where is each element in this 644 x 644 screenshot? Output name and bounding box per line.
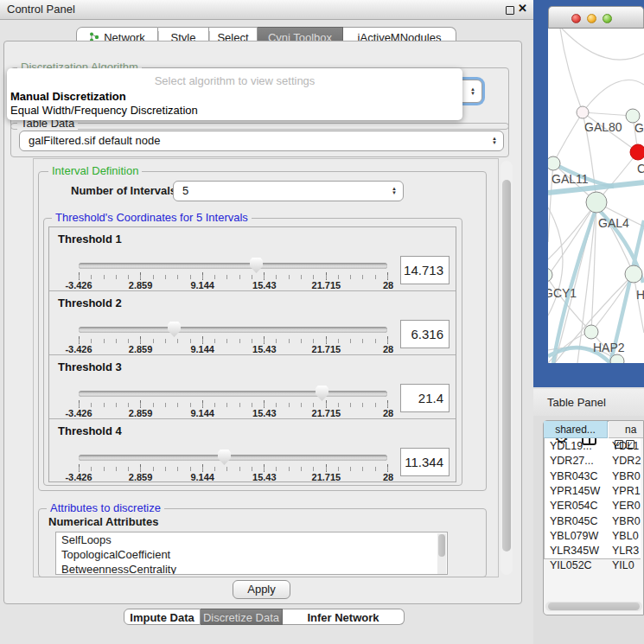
node-label: C <box>637 162 644 175</box>
control-panel-titlebar: Control Panel ✕ <box>0 0 533 20</box>
tab-label: Infer Network <box>307 611 379 624</box>
node-gal4[interactable] <box>586 192 607 213</box>
list-scrollbar-thumb[interactable] <box>438 534 445 557</box>
close-icon[interactable]: ✕ <box>518 2 527 15</box>
threshold-value-field[interactable]: 14.713 <box>400 256 450 284</box>
tab-infer-network[interactable]: Infer Network <box>283 609 405 625</box>
interval-definition-title: Interval Definition <box>48 165 142 177</box>
table-row[interactable]: YBL079WYBL0 <box>544 529 641 544</box>
slider-thumb[interactable] <box>168 322 181 337</box>
threshold-rows-container: Threshold 1 -3.426 2.859 9.144 15.43 21.… <box>48 226 456 482</box>
table-row[interactable]: YPR145WYPR1 <box>544 484 641 499</box>
apply-button[interactable]: Apply <box>233 580 290 599</box>
node-hap2[interactable] <box>584 325 598 339</box>
threshold-slider[interactable] <box>79 263 387 269</box>
numerical-attributes-list[interactable]: SelfLoops TopologicalCoefficient Between… <box>55 532 448 575</box>
combo-stepper-icon: ▲▼ <box>392 187 397 195</box>
number-of-intervals-value: 5 <box>182 182 188 201</box>
list-item[interactable]: SelfLoops <box>56 532 447 547</box>
close-traffic-light-icon[interactable] <box>571 14 581 23</box>
slider-thumb[interactable] <box>218 450 231 465</box>
float-window-icon[interactable] <box>506 6 514 15</box>
slider-scale: -3.426 2.859 9.144 15.43 21.715 28 <box>79 280 388 290</box>
list-scrollbar[interactable] <box>437 533 446 574</box>
slider-thumb[interactable] <box>250 258 263 273</box>
panel-scrollbar[interactable] <box>501 161 513 575</box>
slider-scale: -3.426 2.859 9.144 15.43 21.715 28 <box>79 408 388 418</box>
tab-impute-data[interactable]: Impute Data <box>124 609 201 625</box>
popup-hint: Select algorithm to view settings <box>7 74 462 87</box>
table-horizontal-scrollbar-thumb[interactable] <box>548 603 640 610</box>
threshold-slider[interactable] <box>79 391 387 397</box>
algorithm-dropdown-popup: Select algorithm to view settings Manual… <box>7 68 462 120</box>
threshold-value-field[interactable]: 6.316 <box>400 320 450 348</box>
node-gal80[interactable] <box>577 106 589 118</box>
node-selected-red[interactable] <box>630 144 644 160</box>
table-panel-titlebar: Table Panel <box>533 389 644 417</box>
slider-scale: -3.426 2.859 9.144 15.43 21.715 28 <box>79 344 388 354</box>
menu-item-equal-width-frequency[interactable]: Equal Width/Frequency Discretization <box>10 104 198 117</box>
combo-stepper-icon: ▲▼ <box>470 87 475 96</box>
threshold-slider[interactable] <box>79 455 387 461</box>
table-data-combobox[interactable]: galFiltered.sif default node ▲▼ <box>19 131 504 151</box>
table-row[interactable]: YIL052CYIL0 <box>544 558 641 559</box>
threshold-label: Threshold 4 <box>58 424 122 437</box>
table-row[interactable]: YBR045CYBR0 <box>544 514 641 529</box>
node-table[interactable]: shared... na YDL19...YDL1 YDR27...YDR2 Y… <box>544 421 641 559</box>
list-item[interactable]: BetweennessCentrality <box>56 562 447 575</box>
tab-discretize-data[interactable]: Discretize Data <box>201 609 283 625</box>
number-of-intervals-combobox[interactable]: 5 ▲▼ <box>173 181 404 201</box>
threshold-coordinates-title: Threshold's Coordinates for 5 Intervals <box>52 212 252 224</box>
node-label: GCY1 <box>548 286 577 300</box>
table-panel-title: Table Panel <box>547 389 606 416</box>
node-gal11[interactable] <box>548 156 560 170</box>
node-label: GA <box>634 121 644 135</box>
table-data-value: galFiltered.sif default node <box>29 131 160 150</box>
node-label: GAL4 <box>598 216 629 230</box>
threshold-row-3: Threshold 3 -3.426 2.859 9.144 15.43 21.… <box>49 355 456 419</box>
node-label: HAP2 <box>593 341 625 354</box>
combo-stepper-icon: ▲▼ <box>492 137 497 145</box>
panel-title: Control Panel <box>7 0 75 19</box>
threshold-slider[interactable] <box>79 327 387 333</box>
node-label: GAL11 <box>552 172 589 186</box>
threshold-label: Threshold 3 <box>58 360 122 373</box>
table-row[interactable]: YBR043CYBR0 <box>544 469 641 484</box>
screen: Control Panel ✕ Network Style Select <box>0 0 644 644</box>
tab-label: Discretize Data <box>203 611 279 624</box>
table-row[interactable]: YER054CYER0 <box>544 499 641 513</box>
threshold-label: Threshold 2 <box>58 296 122 309</box>
node-label: H <box>636 288 644 302</box>
panel-scrollbar-thumb[interactable] <box>502 180 511 552</box>
table-row[interactable]: YLR345WYLR3 <box>544 544 641 558</box>
slider-thumb[interactable] <box>316 386 328 401</box>
tab-label: Impute Data <box>130 611 194 624</box>
network-view-window: GAL80 GA C GAL11 GAL4 GCY1 H HAP2 <box>533 0 644 387</box>
threshold-value-field[interactable]: 21.4 <box>400 384 450 412</box>
network-graph: GAL80 GA C GAL11 GAL4 GCY1 H HAP2 <box>548 29 644 363</box>
threshold-row-1: Threshold 1 -3.426 2.859 9.144 15.43 21.… <box>49 227 456 291</box>
table-row[interactable]: YDL19...YDL1 <box>544 439 641 454</box>
column-header-name[interactable]: na <box>609 421 641 438</box>
minimize-traffic-light-icon[interactable] <box>587 14 596 23</box>
zoom-traffic-light-icon[interactable] <box>603 14 612 23</box>
list-item[interactable]: TopologicalCoefficient <box>56 547 447 562</box>
slider-scale: -3.426 2.859 9.144 15.43 21.715 28 <box>79 472 388 482</box>
threshold-value-field[interactable]: 11.344 <box>400 448 450 476</box>
network-window-titlebar <box>548 6 644 29</box>
control-panel-window: Control Panel ✕ Network Style Select <box>0 0 533 644</box>
menu-item-manual-discretization[interactable]: Manual Discretization <box>10 90 126 103</box>
threshold-row-4: Threshold 4 -3.426 2.859 9.144 15.43 21.… <box>49 419 456 482</box>
table-row[interactable]: YDR27...YDR2 <box>544 454 641 469</box>
table-browser-window: ⚙ ✓ ✓ shared... na YDL19...YDL1 YDR27...… <box>543 420 644 615</box>
numerical-attributes-header: Numerical Attributes <box>48 515 158 528</box>
threshold-label: Threshold 1 <box>58 233 122 245</box>
column-header-shared-name[interactable]: shared... <box>544 421 608 438</box>
node-label: GAL80 <box>584 120 622 134</box>
number-of-intervals-label: Number of Intervals <box>71 184 176 197</box>
network-canvas[interactable]: GAL80 GA C GAL11 GAL4 GCY1 H HAP2 <box>548 29 644 363</box>
threshold-row-2: Threshold 2 -3.426 2.859 9.144 15.43 21.… <box>49 291 456 355</box>
table-horizontal-scrollbar[interactable] <box>545 602 642 611</box>
attributes-group-title: Attributes to discretize <box>47 502 164 514</box>
node-h[interactable] <box>625 265 642 283</box>
